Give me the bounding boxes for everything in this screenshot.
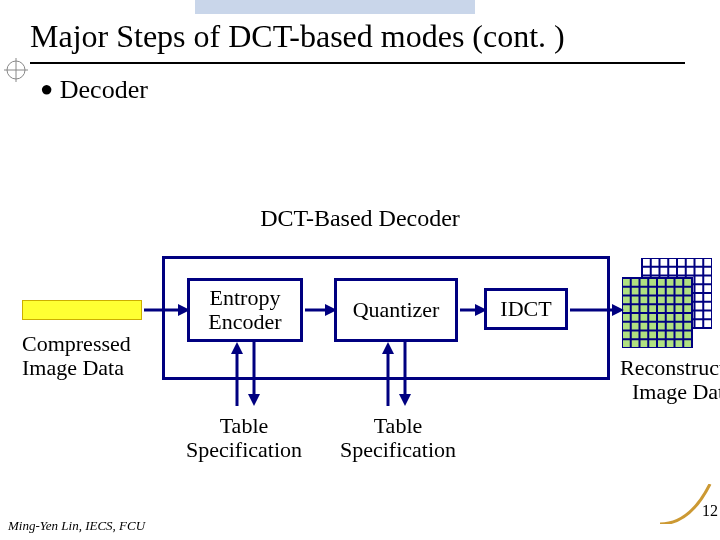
decoder-diagram: Compressed Image Data Entropy Encoder Qu… — [22, 246, 712, 471]
slide-title: Major Steps of DCT-based modes (cont. ) — [30, 18, 565, 55]
svg-marker-38 — [475, 304, 487, 316]
title-underline — [30, 62, 685, 64]
svg-marker-48 — [399, 394, 411, 406]
bullet-dot-icon: ● — [40, 76, 53, 101]
diagram-title: DCT-Based Decoder — [0, 205, 720, 232]
svg-marker-34 — [178, 304, 190, 316]
footer-author: Ming-Yen Lin, IECS, FCU — [8, 518, 145, 534]
corner-arc-icon — [660, 484, 720, 524]
svg-marker-46 — [382, 342, 394, 354]
header-band — [195, 0, 475, 14]
svg-marker-36 — [325, 304, 337, 316]
svg-marker-40 — [612, 304, 624, 316]
flow-arrows — [22, 246, 712, 471]
svg-marker-44 — [248, 394, 260, 406]
crosshair-icon — [4, 58, 28, 82]
bullet-text: Decoder — [60, 75, 148, 104]
bullet-item: ● Decoder — [40, 75, 148, 105]
svg-marker-42 — [231, 342, 243, 354]
